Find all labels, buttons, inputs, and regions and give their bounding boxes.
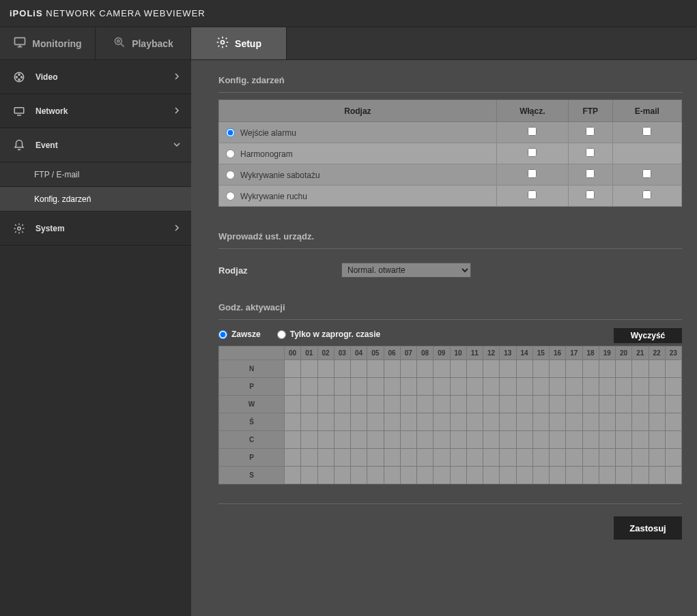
tab-monitoring[interactable]: Monitoring bbox=[0, 27, 96, 59]
schedule-cell[interactable] bbox=[367, 378, 384, 396]
schedule-cell[interactable] bbox=[466, 431, 483, 449]
schedule-cell[interactable] bbox=[516, 396, 532, 413]
schedule-cell[interactable] bbox=[334, 413, 350, 431]
type-select[interactable]: Normal. otwarte bbox=[341, 263, 471, 278]
event-row-radio[interactable] bbox=[226, 149, 235, 158]
schedule-cell[interactable] bbox=[417, 396, 433, 413]
schedule-cell[interactable] bbox=[400, 360, 416, 378]
schedule-cell[interactable] bbox=[532, 449, 549, 467]
schedule-cell[interactable] bbox=[566, 431, 582, 449]
schedule-cell[interactable] bbox=[301, 396, 317, 413]
schedule-cell[interactable] bbox=[649, 360, 665, 378]
schedule-cell[interactable] bbox=[599, 431, 615, 449]
schedule-cell[interactable] bbox=[400, 396, 416, 413]
schedule-cell[interactable] bbox=[516, 449, 532, 467]
schedule-cell[interactable] bbox=[384, 431, 400, 449]
schedule-cell[interactable] bbox=[550, 431, 566, 449]
schedule-cell[interactable] bbox=[334, 467, 350, 484]
schedule-cell[interactable] bbox=[582, 396, 599, 413]
schedule-cell[interactable] bbox=[351, 378, 367, 396]
schedule-cell[interactable] bbox=[649, 431, 665, 449]
schedule-cell[interactable] bbox=[450, 360, 466, 378]
schedule-cell[interactable] bbox=[384, 378, 400, 396]
schedule-cell[interactable] bbox=[582, 467, 599, 484]
sidebar-sub-ftp-email[interactable]: FTP / E-mail bbox=[0, 162, 191, 187]
schedule-cell[interactable] bbox=[285, 360, 301, 378]
schedule-cell[interactable] bbox=[566, 413, 582, 431]
schedule-cell[interactable] bbox=[599, 413, 615, 431]
schedule-cell[interactable] bbox=[532, 413, 549, 431]
schedule-cell[interactable] bbox=[351, 449, 367, 467]
schedule-cell[interactable] bbox=[367, 467, 384, 484]
schedule-cell[interactable] bbox=[334, 378, 350, 396]
event-checkbox-wlacz[interactable] bbox=[528, 169, 537, 178]
schedule-cell[interactable] bbox=[351, 360, 367, 378]
schedule-cell[interactable] bbox=[417, 449, 433, 467]
schedule-cell[interactable] bbox=[301, 413, 317, 431]
schedule-cell[interactable] bbox=[466, 378, 483, 396]
schedule-cell[interactable] bbox=[616, 431, 632, 449]
apply-button[interactable]: Zastosuj bbox=[614, 516, 682, 540]
schedule-cell[interactable] bbox=[400, 467, 416, 484]
schedule-cell[interactable] bbox=[433, 467, 450, 484]
event-checkbox-email[interactable] bbox=[642, 169, 651, 178]
schedule-cell[interactable] bbox=[532, 467, 549, 484]
schedule-cell[interactable] bbox=[500, 431, 516, 449]
schedule-cell[interactable] bbox=[566, 378, 582, 396]
schedule-cell[interactable] bbox=[400, 378, 416, 396]
schedule-cell[interactable] bbox=[632, 413, 649, 431]
schedule-cell[interactable] bbox=[500, 467, 516, 484]
schedule-cell[interactable] bbox=[649, 378, 665, 396]
schedule-cell[interactable] bbox=[433, 360, 450, 378]
schedule-cell[interactable] bbox=[516, 413, 532, 431]
schedule-cell[interactable] bbox=[616, 467, 632, 484]
schedule-cell[interactable] bbox=[532, 360, 549, 378]
schedule-cell[interactable] bbox=[301, 431, 317, 449]
activation-always-option[interactable]: Zawsze bbox=[218, 329, 261, 339]
schedule-cell[interactable] bbox=[665, 431, 681, 449]
schedule-cell[interactable] bbox=[665, 413, 681, 431]
radio-tylko[interactable] bbox=[277, 330, 286, 339]
schedule-cell[interactable] bbox=[466, 360, 483, 378]
schedule-cell[interactable] bbox=[566, 396, 582, 413]
schedule-cell[interactable] bbox=[616, 360, 632, 378]
schedule-cell[interactable] bbox=[301, 378, 317, 396]
schedule-cell[interactable] bbox=[384, 413, 400, 431]
schedule-cell[interactable] bbox=[317, 431, 334, 449]
schedule-cell[interactable] bbox=[532, 396, 549, 413]
event-row-radio[interactable] bbox=[226, 192, 235, 201]
schedule-cell[interactable] bbox=[566, 467, 582, 484]
schedule-cell[interactable] bbox=[367, 360, 384, 378]
schedule-cell[interactable] bbox=[433, 449, 450, 467]
clear-button[interactable]: Wyczyść bbox=[614, 328, 682, 343]
schedule-cell[interactable] bbox=[665, 449, 681, 467]
event-checkbox-wlacz[interactable] bbox=[528, 190, 537, 199]
schedule-cell[interactable] bbox=[334, 431, 350, 449]
event-checkbox-email[interactable] bbox=[642, 127, 651, 136]
schedule-cell[interactable] bbox=[466, 413, 483, 431]
schedule-cell[interactable] bbox=[582, 378, 599, 396]
schedule-cell[interactable] bbox=[550, 467, 566, 484]
schedule-cell[interactable] bbox=[483, 378, 500, 396]
event-checkbox-email[interactable] bbox=[642, 190, 651, 199]
schedule-cell[interactable] bbox=[450, 431, 466, 449]
schedule-cell[interactable] bbox=[400, 431, 416, 449]
schedule-cell[interactable] bbox=[483, 431, 500, 449]
event-checkbox-ftp[interactable] bbox=[586, 127, 595, 136]
schedule-cell[interactable] bbox=[301, 449, 317, 467]
schedule-cell[interactable] bbox=[516, 378, 532, 396]
schedule-cell[interactable] bbox=[500, 449, 516, 467]
schedule-cell[interactable] bbox=[433, 431, 450, 449]
tab-setup[interactable]: Setup bbox=[191, 27, 287, 59]
schedule-cell[interactable] bbox=[384, 467, 400, 484]
schedule-cell[interactable] bbox=[417, 431, 433, 449]
schedule-cell[interactable] bbox=[417, 360, 433, 378]
schedule-cell[interactable] bbox=[433, 396, 450, 413]
schedule-cell[interactable] bbox=[550, 360, 566, 378]
schedule-cell[interactable] bbox=[665, 396, 681, 413]
sidebar-item-event[interactable]: Event bbox=[0, 128, 191, 162]
schedule-cell[interactable] bbox=[599, 467, 615, 484]
schedule-cell[interactable] bbox=[285, 413, 301, 431]
schedule-cell[interactable] bbox=[450, 413, 466, 431]
schedule-cell[interactable] bbox=[400, 413, 416, 431]
